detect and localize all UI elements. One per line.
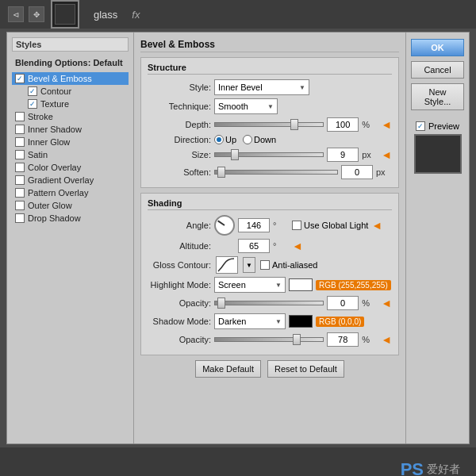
- direction-down-radio[interactable]: [243, 135, 252, 144]
- sidebar-item-drop-shadow[interactable]: Drop Shadow: [12, 212, 129, 225]
- highlight-dropdown-arrow: ▼: [275, 282, 282, 289]
- shadow-opacity-unit: %: [362, 335, 378, 344]
- use-global-light-checkbox[interactable]: [292, 221, 301, 230]
- highlight-mode-label: Highlight Mode:: [148, 280, 211, 290]
- soften-unit: px: [376, 167, 392, 177]
- highlight-opacity-arrow: ◄: [381, 297, 392, 309]
- inner-glow-checkbox[interactable]: [15, 137, 25, 147]
- color-overlay-checkbox[interactable]: [15, 163, 25, 172]
- gloss-contour-preview[interactable]: [216, 256, 238, 274]
- move-icon[interactable]: ✥: [29, 6, 44, 22]
- highlight-rgb-badge: RGB (255,255,255): [316, 280, 391, 290]
- altitude-unit: °: [273, 241, 289, 251]
- new-style-button[interactable]: New Style...: [411, 83, 464, 110]
- depth-input[interactable]: [327, 117, 359, 132]
- gloss-contour-row: Gloss Contour: ▼ Anti-aliased: [148, 256, 392, 274]
- layer-thumbnail: [51, 0, 79, 29]
- depth-unit: %: [362, 120, 378, 129]
- drop-shadow-checkbox[interactable]: [15, 213, 25, 223]
- soften-row: Soften: px: [148, 165, 392, 179]
- size-slider-thumb[interactable]: [231, 149, 239, 160]
- inner-glow-label: Inner Glow: [28, 137, 70, 147]
- soften-slider[interactable]: [214, 170, 338, 175]
- anti-alias-checkbox[interactable]: [260, 260, 270, 270]
- size-arrow-annotation: ◄: [381, 148, 392, 161]
- direction-up[interactable]: Up: [214, 135, 236, 144]
- shadow-opacity-slider-container: [214, 337, 324, 342]
- sidebar-item-pattern-overlay[interactable]: Pattern Overlay: [12, 186, 129, 199]
- sidebar-item-bevel-emboss[interactable]: Bevel & Emboss: [12, 72, 129, 85]
- pattern-overlay-checkbox[interactable]: [15, 188, 25, 198]
- left-panel: Styles Blending Options: Default Bevel &…: [7, 33, 134, 443]
- satin-checkbox[interactable]: [15, 150, 25, 159]
- layer-thumb-inner: [55, 4, 75, 25]
- shadow-mode-dropdown[interactable]: Darken ▼: [214, 313, 286, 329]
- contour-dropdown-arrow: ▼: [246, 262, 252, 269]
- color-overlay-label: Color Overlay: [28, 163, 81, 172]
- stroke-checkbox[interactable]: [15, 112, 25, 121]
- inner-shadow-label: Inner Shadow: [28, 125, 82, 134]
- depth-slider[interactable]: [214, 122, 324, 127]
- sidebar-item-satin[interactable]: Satin: [12, 148, 129, 161]
- structure-title: Structure: [148, 63, 392, 75]
- contour-dropdown-btn[interactable]: ▼: [243, 257, 255, 273]
- altitude-input[interactable]: [238, 239, 270, 253]
- shadow-color-swatch[interactable]: [289, 315, 313, 328]
- cancel-button[interactable]: Cancel: [411, 61, 464, 79]
- nav-icon[interactable]: ⊲: [8, 6, 24, 22]
- use-global-light-row: Use Global Light: [292, 221, 368, 230]
- outer-glow-checkbox[interactable]: [15, 201, 25, 210]
- anti-alias-label: Anti-aliased: [272, 260, 317, 270]
- preview-label: Preview: [428, 121, 459, 131]
- preview-area: Preview: [411, 121, 464, 174]
- highlight-opacity-input[interactable]: [327, 296, 359, 310]
- soften-input[interactable]: [341, 165, 373, 179]
- fx-badge: fx: [132, 9, 140, 21]
- shadow-opacity-row: Opacity: % ◄: [148, 332, 392, 347]
- texture-checkbox[interactable]: [28, 99, 37, 109]
- shadow-mode-value: Darken: [218, 317, 246, 326]
- direction-up-label: Up: [225, 135, 236, 144]
- sidebar-item-inner-glow[interactable]: Inner Glow: [12, 136, 129, 148]
- sidebar-item-contour[interactable]: Contour: [12, 85, 129, 98]
- technique-dropdown[interactable]: Smooth ▼: [214, 98, 278, 114]
- angle-row: Angle: ° Use Global Light ◄: [148, 215, 392, 236]
- shadow-opacity-slider[interactable]: [214, 337, 324, 342]
- style-value: Inner Bevel: [218, 83, 263, 92]
- highlight-mode-dropdown[interactable]: Screen ▼: [214, 277, 286, 293]
- angle-input[interactable]: [238, 218, 270, 232]
- direction-up-radio[interactable]: [214, 135, 224, 144]
- contour-checkbox[interactable]: [28, 86, 37, 96]
- depth-slider-thumb[interactable]: [290, 119, 298, 130]
- bevel-emboss-checkbox[interactable]: [15, 74, 25, 83]
- reset-default-button[interactable]: Reset to Default: [267, 360, 344, 378]
- size-slider[interactable]: [214, 152, 324, 157]
- shadow-opacity-thumb[interactable]: [293, 334, 301, 345]
- direction-down[interactable]: Down: [243, 135, 276, 144]
- gradient-overlay-checkbox[interactable]: [15, 175, 25, 185]
- sidebar-item-texture[interactable]: Texture: [12, 98, 129, 110]
- depth-label: Depth:: [148, 120, 211, 129]
- sidebar-item-gradient-overlay[interactable]: Gradient Overlay: [12, 174, 129, 186]
- soften-slider-thumb[interactable]: [217, 167, 225, 178]
- preview-checkbox[interactable]: [416, 121, 425, 131]
- sidebar-item-stroke[interactable]: Stroke: [12, 110, 129, 123]
- make-default-button[interactable]: Make Default: [195, 360, 261, 378]
- satin-label: Satin: [28, 150, 48, 159]
- highlight-opacity-slider-container: [214, 301, 324, 305]
- ok-button[interactable]: OK: [411, 39, 464, 56]
- inner-shadow-checkbox[interactable]: [15, 125, 25, 134]
- highlight-opacity-thumb[interactable]: [217, 298, 225, 309]
- direction-down-label: Down: [254, 135, 276, 144]
- sidebar-item-inner-shadow[interactable]: Inner Shadow: [12, 123, 129, 136]
- style-dropdown[interactable]: Inner Bevel ▼: [214, 79, 309, 95]
- highlight-opacity-slider[interactable]: [214, 301, 324, 305]
- highlight-color-swatch[interactable]: [289, 278, 313, 291]
- shadow-opacity-input[interactable]: [327, 332, 359, 347]
- angle-dial[interactable]: [214, 215, 235, 236]
- style-label: Style:: [148, 83, 211, 92]
- sidebar-item-outer-glow[interactable]: Outer Glow: [12, 199, 129, 212]
- sidebar-item-color-overlay[interactable]: Color Overlay: [12, 161, 129, 174]
- shadow-mode-row: Shadow Mode: Darken ▼ RGB (0,0,0): [148, 313, 392, 329]
- size-input[interactable]: [327, 148, 359, 162]
